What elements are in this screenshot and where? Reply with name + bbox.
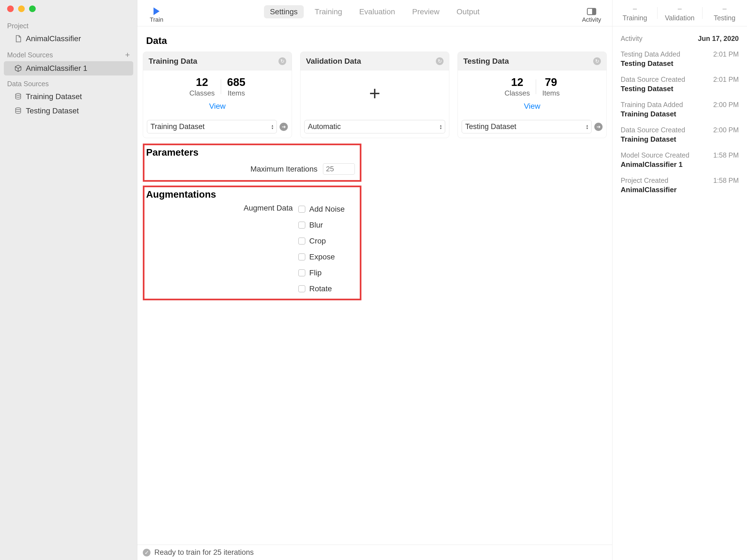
classes-label: Classes — [505, 89, 530, 98]
checkbox-icon — [298, 206, 305, 213]
view-link[interactable]: View — [209, 102, 226, 111]
activity-item-title: Testing Data Added — [621, 50, 680, 58]
svg-point-1 — [16, 108, 21, 109]
status-bar: ✓ Ready to train for 25 iterations — [137, 544, 612, 560]
augment-option-expose[interactable]: Expose — [298, 252, 345, 261]
refresh-icon[interactable]: ↻ — [436, 57, 443, 65]
datasource-name: Testing Dataset — [26, 107, 79, 115]
validation-dataset-select[interactable]: Automatic ▴▾ — [304, 120, 445, 133]
metric-training[interactable]: – Training — [613, 0, 657, 26]
sidebar-item-model-source[interactable]: AnimalClassifier 1 — [4, 61, 133, 76]
tab-settings[interactable]: Settings — [264, 5, 304, 18]
augment-option-crop[interactable]: Crop — [298, 237, 345, 245]
activity-list: Testing Data Added2:01 PMTesting Dataset… — [613, 48, 747, 199]
testing-dataset-select[interactable]: Testing Dataset ▴▾ — [462, 120, 592, 133]
refresh-icon[interactable]: ↻ — [279, 57, 286, 65]
checkbox-icon — [298, 254, 305, 261]
main-tabs: Settings Training Evaluation Preview Out… — [264, 5, 486, 18]
activity-item[interactable]: Data Source Created2:00 PMTraining Datas… — [613, 123, 747, 149]
add-model-source-icon[interactable]: + — [125, 50, 130, 59]
sidebar-section-data-sources: Data Sources — [0, 76, 137, 89]
activity-item-detail: Testing Dataset — [621, 84, 739, 93]
activity-item-time: 2:01 PM — [713, 76, 739, 83]
activity-item[interactable]: Project Created1:58 PMAnimalClassifier — [613, 174, 747, 199]
activity-item-time: 2:00 PM — [713, 101, 739, 109]
metric-label: Testing — [714, 14, 736, 22]
activity-item-title: Training Data Added — [621, 101, 683, 109]
items-label: Items — [542, 89, 560, 98]
sidebar-item-datasource-testing[interactable]: Testing Dataset — [0, 104, 137, 118]
train-button[interactable]: Train — [146, 7, 168, 23]
go-icon[interactable]: ➔ — [594, 123, 602, 131]
go-icon[interactable]: ➔ — [280, 123, 288, 131]
updown-icon: ▴▾ — [586, 124, 588, 130]
refresh-icon[interactable]: ↻ — [593, 57, 601, 65]
activity-item[interactable]: Data Source Created2:01 PMTesting Datase… — [613, 73, 747, 98]
max-iterations-input[interactable] — [323, 163, 355, 175]
augment-option-rotate[interactable]: Rotate — [298, 285, 345, 293]
activity-item-detail: Testing Dataset — [621, 59, 739, 68]
datasource-name: Training Dataset — [26, 92, 82, 101]
card-title: Testing Data — [463, 57, 509, 65]
activity-item[interactable]: Training Data Added2:00 PMTraining Datas… — [613, 98, 747, 123]
sidebar-item-project[interactable]: AnimalClassifier — [0, 32, 137, 46]
section-title-data: Data — [143, 32, 607, 52]
fullscreen-window-icon[interactable] — [29, 5, 36, 12]
augment-option-flip[interactable]: Flip — [298, 268, 345, 277]
status-text: Ready to train for 25 iterations — [154, 548, 254, 557]
activity-item-time: 1:58 PM — [713, 177, 739, 184]
document-icon — [14, 35, 22, 43]
augment-option-add-noise[interactable]: Add Noise — [298, 205, 345, 214]
content: Data Training Data ↻ 12Classes 685Items … — [137, 26, 612, 544]
training-dataset-select[interactable]: Training Dataset ▴▾ — [147, 120, 277, 133]
card-title: Validation Data — [306, 57, 361, 65]
card-header: Training Data ↻ — [143, 52, 292, 71]
augmentations-highlight-box: Augmentations Augment Data Add Noise Blu… — [143, 186, 361, 300]
close-window-icon[interactable] — [7, 5, 14, 12]
activity-label: Activity — [582, 16, 601, 23]
activity-item-title: Model Source Created — [621, 151, 689, 159]
augment-option-blur[interactable]: Blur — [298, 221, 345, 230]
tab-output[interactable]: Output — [450, 5, 486, 18]
activity-panel: – Training – Validation – Testing Activi… — [613, 0, 747, 560]
model-source-name: AnimalClassifier 1 — [26, 64, 87, 73]
tab-preview[interactable]: Preview — [406, 5, 446, 18]
minimize-window-icon[interactable] — [18, 5, 25, 12]
items-count: 685 — [227, 76, 246, 88]
metric-value: – — [723, 4, 726, 13]
activity-item-detail: AnimalClassifier 1 — [621, 160, 739, 169]
testing-data-card: Testing Data ↻ 12Classes 79Items View Te… — [458, 52, 607, 138]
tab-training[interactable]: Training — [309, 5, 348, 18]
cube-icon — [14, 64, 22, 72]
items-count: 79 — [545, 76, 557, 88]
metric-testing[interactable]: – Testing — [702, 0, 747, 26]
section-title-parameters: Parameters — [145, 145, 360, 158]
play-icon — [154, 7, 159, 15]
metric-label: Validation — [665, 14, 695, 22]
data-cards: Training Data ↻ 12Classes 685Items View … — [143, 52, 607, 138]
sidebar-project-name: AnimalClassifier — [26, 34, 81, 43]
augment-options: Add Noise Blur Crop Expose Flip Rotate — [298, 204, 345, 293]
activity-item-detail: AnimalClassifier — [621, 186, 739, 194]
activity-header-date: Jun 17, 2020 — [698, 34, 739, 43]
view-link[interactable]: View — [524, 102, 540, 111]
metric-value: – — [678, 4, 681, 13]
card-title: Training Data — [149, 57, 197, 65]
window-controls — [0, 0, 137, 18]
updown-icon: ▴▾ — [272, 124, 273, 130]
metric-label: Training — [623, 14, 647, 22]
checkbox-icon — [298, 285, 305, 292]
train-label: Train — [150, 16, 163, 23]
metric-validation[interactable]: – Validation — [657, 0, 702, 26]
activity-toggle-button[interactable]: Activity — [579, 8, 604, 23]
classes-label: Classes — [189, 89, 214, 98]
tab-evaluation[interactable]: Evaluation — [353, 5, 401, 18]
activity-item[interactable]: Testing Data Added2:01 PMTesting Dataset — [613, 48, 747, 73]
parameters-highlight-box: Parameters Maximum Iterations — [143, 143, 361, 182]
add-validation-data-icon[interactable]: + — [369, 82, 380, 104]
select-value: Testing Dataset — [465, 123, 516, 131]
select-value: Automatic — [308, 123, 341, 131]
checkbox-icon — [298, 269, 305, 276]
sidebar-item-datasource-training[interactable]: Training Dataset — [0, 89, 137, 104]
activity-item[interactable]: Model Source Created1:58 PMAnimalClassif… — [613, 149, 747, 174]
